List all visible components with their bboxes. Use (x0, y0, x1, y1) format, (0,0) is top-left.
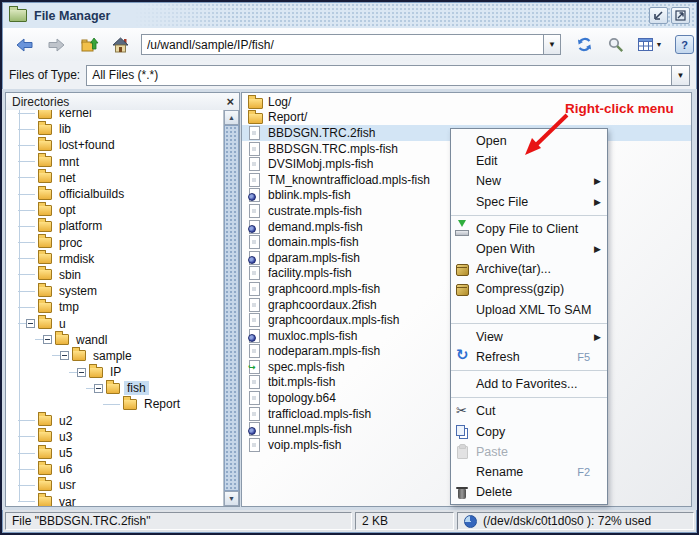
maximize-window-button[interactable] (671, 7, 690, 24)
tree-expander-icon[interactable] (26, 303, 35, 312)
tree-expander-icon[interactable] (26, 319, 35, 328)
tree-expander-icon[interactable] (111, 400, 120, 409)
tree-expander-icon[interactable] (26, 173, 35, 182)
restore-window-button[interactable] (649, 7, 668, 24)
tree-expander-icon[interactable] (26, 270, 35, 279)
folder-icon (123, 399, 137, 410)
menu-item[interactable]: Archive(tar)... ▶ (451, 259, 607, 279)
forward-button[interactable] (47, 36, 65, 54)
tree-item[interactable]: sample (6, 348, 224, 364)
address-input[interactable] (141, 34, 543, 55)
tree-expander-icon[interactable] (26, 157, 35, 166)
views-button[interactable]: ▼ (637, 36, 663, 54)
tree-expander-icon[interactable] (26, 465, 35, 474)
menu-item-icon (454, 423, 473, 440)
tree-item[interactable]: kernel (6, 110, 224, 121)
file-name: muxloc.mpls-fish (268, 329, 357, 343)
menu-item[interactable]: Cut ▶ (451, 401, 607, 421)
address-dropdown-button[interactable]: ▼ (543, 34, 561, 55)
tree-expander-icon[interactable] (26, 481, 35, 490)
tree-expander-icon[interactable] (26, 238, 35, 247)
search-button[interactable] (607, 36, 625, 54)
tree-item[interactable]: mnt (6, 154, 224, 170)
tree-item-label: kernel (56, 110, 95, 120)
tree-expander-icon[interactable] (26, 416, 35, 425)
submenu-arrow-icon: ▶ (594, 176, 601, 186)
tree-item[interactable]: system (6, 283, 224, 299)
help-button[interactable]: ? (675, 35, 694, 54)
tree-item[interactable]: u6 (6, 461, 224, 477)
menu-item[interactable]: Copy File to Client ▶ (451, 219, 607, 239)
tree-item[interactable]: net (6, 170, 224, 186)
back-button[interactable] (15, 36, 33, 54)
tree-item[interactable]: var (6, 494, 224, 507)
tree-item[interactable]: u (6, 315, 224, 331)
tree-expander-icon[interactable] (26, 141, 35, 150)
menu-item[interactable]: Refresh F5 ▶ (451, 347, 607, 367)
scroll-down-button[interactable]: ▼ (224, 491, 239, 506)
tree-item[interactable]: usr (6, 477, 224, 493)
tree-expander-icon[interactable] (94, 384, 103, 393)
file-name: tbit.mpls-fish (268, 375, 335, 389)
tree-expander-icon[interactable] (26, 206, 35, 215)
tree-item[interactable]: IP (6, 364, 224, 380)
tree-item[interactable]: officialbuilds (6, 186, 224, 202)
tree-expander-icon[interactable] (26, 497, 35, 506)
tree-expander-icon[interactable] (26, 254, 35, 263)
tree-expander-icon[interactable] (43, 335, 52, 344)
tree-item[interactable]: rmdisk (6, 251, 224, 267)
tree-item[interactable]: fish (6, 380, 224, 396)
scrollbar-thumb[interactable] (224, 125, 239, 491)
tree-expander-icon[interactable] (26, 110, 35, 118)
menu-item[interactable]: Rename F2 ▶ (451, 462, 607, 482)
file-icon (248, 95, 262, 109)
tree-expander-icon[interactable] (77, 368, 86, 377)
home-button[interactable] (111, 36, 129, 54)
tree-expander-icon[interactable] (26, 432, 35, 441)
close-panel-icon[interactable]: × (226, 97, 234, 107)
tree-expander-icon[interactable] (26, 125, 35, 134)
disk-usage-pie-icon (464, 515, 477, 528)
files-of-type-combobox[interactable]: All Files (*.*) ▼ (86, 65, 690, 86)
tree-item-label: rmdisk (56, 252, 97, 266)
tree-item[interactable]: platform (6, 218, 224, 234)
tree-item[interactable]: wandl (6, 332, 224, 348)
tree-expander-icon[interactable] (26, 222, 35, 231)
tree-item[interactable]: opt (6, 202, 224, 218)
tree-item[interactable]: Report (6, 396, 224, 412)
file-icon (248, 157, 262, 171)
annotation-arrow-icon (503, 110, 575, 162)
refresh-button[interactable] (575, 36, 593, 54)
tree-item[interactable]: u3 (6, 429, 224, 445)
menu-item[interactable]: Open With ▶ (451, 239, 607, 259)
question-mark-icon: ? (681, 39, 688, 51)
tree-item[interactable]: sbin (6, 267, 224, 283)
tree-expander-icon[interactable] (26, 190, 35, 199)
menu-item[interactable]: Upload XML To SAM ▶ (451, 300, 607, 320)
menu-item[interactable]: New ▶ (451, 171, 607, 191)
tree-item[interactable]: u2 (6, 413, 224, 429)
tree-connector (18, 254, 26, 263)
files-of-type-dropdown-button[interactable]: ▼ (671, 66, 689, 85)
up-directory-button[interactable] (81, 36, 99, 54)
tree-item[interactable]: u5 (6, 445, 224, 461)
tree-expander-icon[interactable] (26, 449, 35, 458)
menu-item[interactable]: Copy ▶ (451, 421, 607, 441)
menu-item-icon (454, 281, 473, 298)
tree-expander-icon[interactable] (26, 287, 35, 296)
menu-item[interactable]: Compress(gzip) ▶ (451, 279, 607, 299)
menu-item[interactable]: Spec File ▶ (451, 192, 607, 212)
menu-item[interactable]: Delete ▶ (451, 482, 607, 502)
tree-item[interactable]: proc (6, 235, 224, 251)
menu-item[interactable]: Add to Favorites... ▶ (451, 374, 607, 394)
tree-item[interactable]: lost+found (6, 137, 224, 153)
folder-icon (55, 334, 69, 345)
scroll-up-button[interactable]: ▲ (224, 110, 239, 125)
tree-expander-icon[interactable] (60, 351, 69, 360)
menu-item-label: Open With (476, 242, 535, 256)
tree-item[interactable]: tmp (6, 299, 224, 315)
back-arrow-icon (16, 38, 33, 52)
menu-item[interactable]: View ▶ (451, 327, 607, 347)
tree-item[interactable]: lib (6, 121, 224, 137)
menu-item-icon (454, 173, 473, 190)
